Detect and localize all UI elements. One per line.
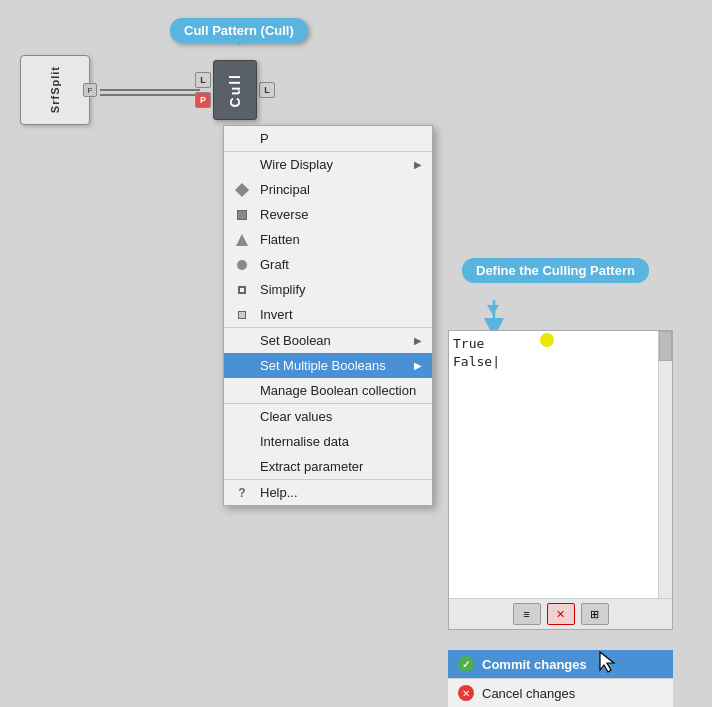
node-srfsplit-label: SrfSplit [49,66,61,113]
editor-scrollbar[interactable] [658,331,672,598]
define-tooltip-arrow [487,305,499,315]
menu-item-simplify[interactable]: Simplify [224,277,432,302]
graft-icon [230,256,254,274]
set-multiple-booleans-arrow: ▶ [414,360,422,371]
node-cull[interactable]: L P Cull L [195,60,275,120]
action-bar[interactable]: ✓ Commit changes ✕ Cancel changes [448,650,673,707]
scrollbar-thumb[interactable] [659,331,672,361]
editor-text-area[interactable]: TrueFalse| [449,331,672,598]
menu-item-p[interactable]: P [224,126,432,152]
port-out-L: L [259,82,275,98]
delete-icon: ✕ [556,608,565,621]
cull-ports-right: L [259,82,275,98]
cull-pattern-tooltip: Cull Pattern (Cull) [170,18,308,43]
cull-ports-left: L P [195,72,211,108]
commit-button[interactable]: ✓ Commit changes [448,650,673,678]
node-srfsplit[interactable]: SrfSplit F [10,45,100,135]
cursor-indicator [540,333,554,347]
port-f: F [83,83,97,97]
editor-btn-list[interactable]: ≡ [513,603,541,625]
node-srfsplit-body: SrfSplit F [20,55,90,125]
menu-item-set-boolean[interactable]: Set Boolean ▶ [224,328,432,353]
menu-item-reverse[interactable]: Reverse [224,202,432,227]
editor-btn-grid[interactable]: ⊞ [581,603,609,625]
menu-item-set-multiple-booleans[interactable]: Set Multiple Booleans ▶ [224,353,432,378]
port-L: L [195,72,211,88]
menu-item-invert[interactable]: Invert [224,302,432,328]
svg-marker-3 [236,234,248,246]
commit-icon: ✓ [458,656,474,672]
menu-item-internalise[interactable]: Internalise data [224,429,432,454]
cancel-button[interactable]: ✕ Cancel changes [448,678,673,707]
grid-icon: ⊞ [590,608,599,621]
editor-toolbar: ≡ ✕ ⊞ [449,598,672,629]
node-cull-body: Cull [213,60,257,120]
reverse-icon [230,206,254,224]
menu-item-wire-display[interactable]: Wire Display ▶ [224,152,432,177]
commit-label: Commit changes [482,657,587,672]
help-icon: ? [230,484,254,502]
menu-item-extract[interactable]: Extract parameter [224,454,432,480]
menu-item-manage-boolean[interactable]: Manage Boolean collection [224,378,432,404]
menu-item-principal[interactable]: Principal [224,177,432,202]
principal-icon [230,181,254,199]
editor-panel[interactable]: TrueFalse| ≡ ✕ ⊞ [448,330,673,630]
context-menu[interactable]: P Wire Display ▶ Principal Reverse Flatt… [223,125,433,506]
set-boolean-arrow: ▶ [414,335,422,346]
cancel-label: Cancel changes [482,686,575,701]
define-culling-tooltip: Define the Culling Pattern [462,258,649,283]
editor-content: TrueFalse| [453,335,668,371]
menu-item-graft[interactable]: Graft [224,252,432,277]
menu-item-clear-values[interactable]: Clear values [224,404,432,429]
list-icon: ≡ [523,608,529,620]
editor-btn-delete[interactable]: ✕ [547,603,575,625]
cancel-icon: ✕ [458,685,474,701]
submenu-arrow: ▶ [414,159,422,170]
simplify-icon [230,281,254,299]
menu-item-flatten[interactable]: Flatten [224,227,432,252]
flatten-icon [230,231,254,249]
node-cull-text: Cull [227,73,243,107]
port-P: P [195,92,211,108]
menu-item-help[interactable]: ? Help... [224,480,432,505]
invert-icon [230,306,254,324]
